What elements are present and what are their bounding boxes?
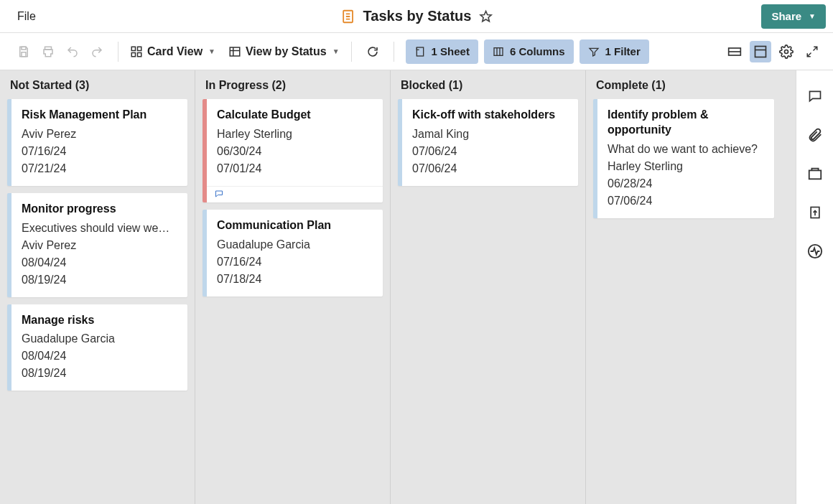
- compact-view-icon[interactable]: [724, 41, 745, 62]
- card-row: 07/16/24: [22, 143, 177, 160]
- card-view-label: Card View: [147, 45, 203, 58]
- card-main: Kick-off with stakeholdersJamal King07/0…: [402, 99, 578, 186]
- card[interactable]: Kick-off with stakeholdersJamal King07/0…: [398, 99, 578, 186]
- columns-pill[interactable]: 6 Columns: [484, 39, 574, 64]
- card-title: Kick-off with stakeholders: [412, 108, 568, 123]
- lane: In Progress (2)Calculate BudgetHarley St…: [195, 70, 391, 504]
- attachments-panel-icon[interactable]: [806, 126, 824, 144]
- card-view-selector[interactable]: Card View ▼: [130, 45, 215, 58]
- columns-pill-label: 6 Columns: [510, 45, 565, 57]
- card-main: Calculate BudgetHarley Sterling06/30/240…: [207, 99, 383, 186]
- card-row: Guadalupe Garcia: [22, 330, 177, 347]
- card-row: 08/19/24: [22, 271, 177, 289]
- card-row: 07/21/24: [22, 160, 177, 177]
- card[interactable]: Manage risksGuadalupe Garcia08/04/2408/1…: [7, 304, 187, 391]
- card[interactable]: Identify problem & opportunityWhat do we…: [593, 99, 774, 218]
- settings-icon[interactable]: [776, 41, 797, 62]
- sheet-icon: [340, 9, 356, 24]
- svg-rect-12: [230, 47, 240, 56]
- separator: [118, 42, 118, 62]
- card-footer: [207, 186, 383, 202]
- full-view-icon[interactable]: [750, 41, 771, 62]
- page-title: Tasks by Status: [363, 8, 472, 24]
- sheet-pill[interactable]: 1 Sheet: [406, 39, 478, 64]
- card-row: Harley Sterling: [608, 158, 764, 175]
- card[interactable]: Risk Management PlanAviv Perez07/16/2407…: [7, 99, 187, 186]
- right-rail: [796, 70, 833, 504]
- comments-panel-icon[interactable]: [806, 88, 824, 105]
- card-row: 07/18/24: [217, 271, 373, 288]
- lane-header[interactable]: Blocked (1): [391, 70, 585, 99]
- lane-body: Kick-off with stakeholdersJamal King07/0…: [391, 99, 585, 193]
- svg-line-25: [814, 47, 817, 50]
- card-title: Communication Plan: [217, 218, 373, 233]
- activity-panel-icon[interactable]: [806, 243, 824, 260]
- svg-rect-5: [22, 47, 26, 50]
- card-row: 07/06/24: [412, 160, 568, 177]
- card[interactable]: Communication PlanGuadalupe Garcia07/16/…: [203, 210, 383, 297]
- board-wrap: Not Started (3)Risk Management PlanAviv …: [0, 70, 833, 504]
- star-icon[interactable]: [478, 9, 493, 24]
- lane-body: Risk Management PlanAviv Perez07/16/2407…: [0, 99, 195, 398]
- svg-rect-16: [494, 47, 503, 55]
- svg-rect-6: [22, 52, 26, 56]
- file-menu[interactable]: File: [17, 10, 36, 23]
- publish-panel-icon[interactable]: [806, 204, 824, 221]
- table-icon: [228, 45, 241, 58]
- lane: Not Started (3)Risk Management PlanAviv …: [0, 70, 195, 504]
- lane-body: Calculate BudgetHarley Sterling06/30/240…: [195, 99, 390, 304]
- card-row: 07/16/24: [217, 253, 373, 271]
- card-row: Executives should view we…: [22, 220, 177, 237]
- card-row: Guadalupe Garcia: [217, 236, 373, 253]
- card-row: Aviv Perez: [22, 126, 177, 143]
- proofs-panel-icon[interactable]: [806, 165, 824, 182]
- redo-icon[interactable]: [88, 42, 106, 61]
- lane-header[interactable]: In Progress (2): [195, 70, 390, 99]
- share-button[interactable]: Share ▼: [761, 4, 826, 29]
- card-row: Aviv Perez: [22, 237, 177, 254]
- lane-header[interactable]: Complete (1): [586, 70, 781, 99]
- card-row: 07/01/24: [217, 160, 373, 177]
- card-row: 08/04/24: [22, 347, 177, 365]
- card-row: 07/06/24: [412, 143, 568, 160]
- board: Not Started (3)Risk Management PlanAviv …: [0, 70, 796, 504]
- separator: [394, 42, 394, 62]
- chevron-down-icon: ▼: [208, 47, 215, 55]
- title-wrap: Tasks by Status: [340, 8, 493, 24]
- card-main: Risk Management PlanAviv Perez07/16/2407…: [11, 99, 187, 186]
- card-main: Identify problem & opportunityWhat do we…: [597, 99, 774, 218]
- svg-rect-9: [138, 47, 141, 50]
- filter-pill[interactable]: 1 Filter: [580, 39, 649, 64]
- svg-marker-19: [590, 48, 598, 56]
- undo-icon[interactable]: [63, 42, 82, 61]
- lane-header[interactable]: Not Started (3): [0, 70, 195, 99]
- share-label: Share: [771, 10, 801, 22]
- card-title: Risk Management Plan: [22, 108, 177, 123]
- card-title: Monitor progress: [22, 202, 177, 217]
- card[interactable]: Calculate BudgetHarley Sterling06/30/240…: [203, 99, 383, 202]
- card-row: 06/30/24: [217, 143, 373, 160]
- svg-rect-11: [138, 52, 141, 56]
- card-row: 08/04/24: [22, 254, 177, 271]
- card-title: Identify problem & opportunity: [608, 108, 764, 138]
- svg-line-26: [807, 52, 811, 56]
- lane-body: Identify problem & opportunityWhat do we…: [586, 99, 781, 225]
- svg-rect-8: [131, 47, 135, 50]
- chevron-down-icon: ▼: [332, 47, 340, 55]
- view-by-status-selector[interactable]: View by Status ▼: [228, 45, 340, 58]
- card-main: Monitor progressExecutives should view w…: [11, 193, 187, 297]
- refresh-icon[interactable]: [363, 42, 382, 61]
- card-row: Harley Sterling: [217, 126, 373, 143]
- card-row: Jamal King: [412, 126, 568, 143]
- save-icon[interactable]: [14, 42, 33, 61]
- fullscreen-icon[interactable]: [801, 41, 823, 62]
- comment-icon[interactable]: [214, 190, 224, 198]
- card-row: What do we want to achieve?: [608, 141, 764, 158]
- card-main: Manage risksGuadalupe Garcia08/04/2408/1…: [11, 304, 187, 391]
- topbar: File Tasks by Status Share ▼: [0, 0, 833, 33]
- card[interactable]: Monitor progressExecutives should view w…: [7, 193, 187, 297]
- card-title: Manage risks: [22, 313, 177, 328]
- svg-rect-10: [131, 52, 135, 56]
- card-main: Communication PlanGuadalupe Garcia07/16/…: [207, 210, 383, 297]
- print-icon[interactable]: [39, 42, 57, 61]
